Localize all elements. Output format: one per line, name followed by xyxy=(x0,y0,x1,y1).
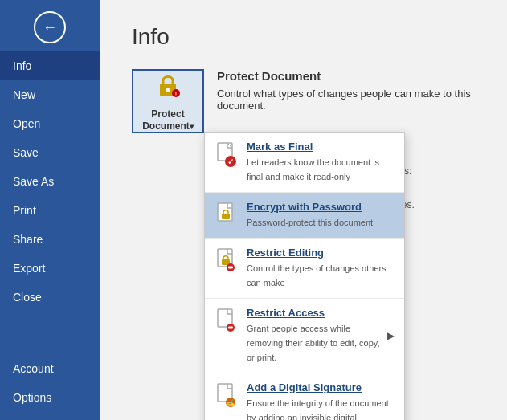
mark-final-title: Mark as Final xyxy=(247,141,395,153)
menu-item-mark-final[interactable]: ✓ Mark as Final Let readers know the doc… xyxy=(205,133,404,193)
restrict-editing-text: Restrict Editing Control the types of ch… xyxy=(247,247,395,290)
restrict-access-desc: Grant people access while removing their… xyxy=(247,324,379,363)
sidebar-nav: Info New Open Save Save As Print Share E… xyxy=(0,51,100,420)
main-content: Info ! ProtectDocument▾ Protect Docu xyxy=(100,0,507,420)
digital-signature-icon: ✍ xyxy=(215,381,239,410)
sidebar-item-new[interactable]: New xyxy=(0,80,100,109)
protect-button-label: ProtectDocument▾ xyxy=(142,108,194,132)
menu-item-digital-signature[interactable]: ✍ Add a Digital Signature Ensure the int… xyxy=(205,373,404,420)
sidebar-item-open[interactable]: Open xyxy=(0,109,100,138)
page-title: Info xyxy=(132,24,475,50)
sidebar-bottom: Account Options xyxy=(0,354,100,420)
sidebar-item-close[interactable]: Close xyxy=(0,283,100,312)
menu-item-encrypt-password[interactable]: Encrypt with Password Password-protect t… xyxy=(205,193,404,239)
protect-desc-text: Control what types of changes people can… xyxy=(217,88,471,112)
svg-rect-1 xyxy=(166,88,170,92)
digital-signature-title: Add a Digital Signature xyxy=(247,381,395,393)
mark-final-icon: ✓ xyxy=(215,141,239,169)
sidebar-item-export[interactable]: Export xyxy=(0,254,100,283)
sidebar: ← Info New Open Save Save As Print Share… xyxy=(0,0,100,420)
sidebar-item-save[interactable]: Save xyxy=(0,138,100,167)
digital-signature-text: Add a Digital Signature Ensure the integ… xyxy=(247,381,395,420)
protect-document-button[interactable]: ! ProtectDocument▾ xyxy=(132,69,204,133)
mark-final-desc: Let readers know the document is final a… xyxy=(247,157,379,181)
svg-text:✍: ✍ xyxy=(227,398,236,408)
restrict-editing-icon xyxy=(215,247,239,275)
restrict-editing-title: Restrict Editing xyxy=(247,247,395,259)
encrypt-text: Encrypt with Password Password-protect t… xyxy=(247,201,395,229)
mark-final-text: Mark as Final Let readers know the docum… xyxy=(247,141,395,184)
protect-dropdown-menu: ✓ Mark as Final Let readers know the doc… xyxy=(204,132,405,420)
sidebar-item-info[interactable]: Info xyxy=(0,51,100,80)
back-button[interactable]: ← xyxy=(34,11,66,43)
menu-item-restrict-access[interactable]: Restrict Access Grant people access whil… xyxy=(205,299,404,373)
restrict-access-title: Restrict Access xyxy=(247,307,387,319)
back-icon: ← xyxy=(43,19,57,36)
submenu-arrow-icon: ▶ xyxy=(387,330,395,341)
svg-text:✓: ✓ xyxy=(227,157,234,166)
svg-text:!: ! xyxy=(175,92,177,97)
svg-rect-15 xyxy=(228,326,233,328)
encrypt-icon xyxy=(215,201,239,230)
encrypt-desc: Password-protect this document xyxy=(247,218,373,227)
encrypt-title: Encrypt with Password xyxy=(247,201,395,213)
protect-section: ! ProtectDocument▾ Protect Document Cont… xyxy=(132,69,475,133)
restrict-access-text: Restrict Access Grant people access whil… xyxy=(247,307,387,365)
menu-item-restrict-editing[interactable]: Restrict Editing Control the types of ch… xyxy=(205,239,404,299)
sidebar-item-save-as[interactable]: Save As xyxy=(0,167,100,196)
protect-heading: Protect Document xyxy=(217,69,474,83)
sidebar-item-share[interactable]: Share xyxy=(0,225,100,254)
restrict-access-icon xyxy=(215,307,239,336)
svg-rect-12 xyxy=(228,266,233,268)
digital-signature-desc: Ensure the integrity of the document by … xyxy=(247,398,389,420)
svg-rect-8 xyxy=(222,214,230,219)
sidebar-item-options[interactable]: Options xyxy=(0,383,100,412)
sidebar-item-account[interactable]: Account xyxy=(0,354,100,383)
sidebar-item-print[interactable]: Print xyxy=(0,196,100,225)
protect-description: Protect Document Control what types of c… xyxy=(217,69,474,112)
restrict-editing-desc: Control the types of changes others can … xyxy=(247,263,386,287)
lock-icon: ! xyxy=(155,71,181,105)
